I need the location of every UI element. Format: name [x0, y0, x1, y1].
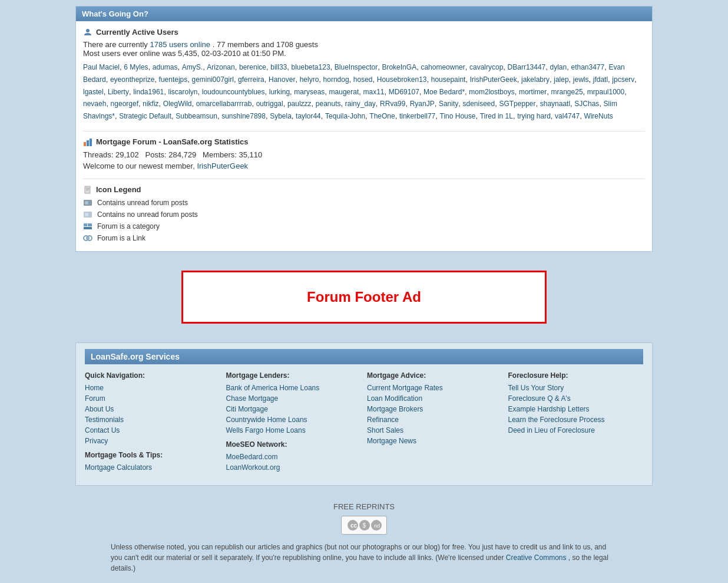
user-link[interactable]: nevaeh — [83, 100, 106, 108]
user-link[interactable]: peanuts — [316, 100, 341, 108]
user-link[interactable]: Strategic Default — [119, 112, 171, 120]
nav-countrywide[interactable]: Countrywide Home Loans — [226, 416, 307, 424]
nav-about[interactable]: About Us — [85, 405, 114, 413]
user-link[interactable]: liscarolyn — [168, 88, 197, 96]
user-link[interactable]: Paul Maciel — [83, 63, 120, 71]
user-link[interactable]: horndog — [323, 75, 349, 84]
user-link[interactable]: mortimer — [519, 88, 547, 96]
users-online-link[interactable]: 1785 users online — [150, 40, 210, 49]
user-link[interactable]: rainy_day — [345, 100, 376, 108]
user-link[interactable]: RyanJP — [410, 100, 435, 108]
user-link[interactable]: maugerat — [329, 88, 359, 96]
user-link[interactable]: AmyS. — [182, 63, 203, 71]
user-link[interactable]: mrange25 — [551, 88, 583, 96]
user-link[interactable]: SGTpepper — [499, 100, 535, 108]
user-link[interactable]: jewls — [573, 75, 589, 84]
user-link[interactable]: helyro — [300, 75, 319, 84]
user-link[interactable]: gemini007girl — [192, 75, 234, 84]
user-link[interactable]: Tequila-John — [325, 112, 365, 120]
nav-wellsfargo[interactable]: Wells Fargo Home Loans — [226, 426, 306, 434]
nav-hardship-letters[interactable]: Example Hardship Letters — [508, 405, 590, 413]
nav-calculators[interactable]: Mortgage Calculators — [85, 463, 152, 472]
user-link[interactable]: taylor44 — [296, 112, 321, 120]
user-link[interactable]: jalep — [554, 75, 568, 84]
user-link[interactable]: Sybela — [270, 112, 292, 120]
user-link[interactable]: RRva99 — [380, 100, 405, 108]
user-link[interactable]: TheOne — [369, 112, 395, 120]
user-link[interactable]: ethan3477 — [571, 63, 604, 71]
user-link[interactable]: dylan — [550, 63, 567, 71]
user-link[interactable]: OlegWild — [163, 100, 192, 108]
creative-commons-link[interactable]: Creative Commons — [506, 554, 567, 562]
nav-tell-story[interactable]: Tell Us Your Story — [508, 384, 564, 392]
user-link[interactable]: fuentejps — [159, 75, 188, 84]
user-link[interactable]: Tired in 1L — [480, 112, 513, 120]
user-link[interactable]: lgastel — [83, 88, 104, 96]
user-link[interactable]: tinkerbell77 — [399, 112, 435, 120]
nav-home[interactable]: Home — [85, 384, 104, 392]
nav-forum[interactable]: Forum — [85, 394, 105, 403]
nav-rates[interactable]: Current Mortgage Rates — [367, 384, 443, 392]
user-link[interactable]: paulzzz — [287, 100, 312, 108]
user-link[interactable]: BrokeInGA — [382, 63, 416, 71]
nav-bofa[interactable]: Bank of America Home Loans — [226, 384, 320, 392]
user-link[interactable]: maryseas — [294, 88, 325, 96]
user-link[interactable]: linda1961 — [133, 88, 164, 96]
user-link[interactable]: SJChas — [574, 100, 599, 108]
user-link[interactable]: sunshine7898 — [221, 112, 266, 120]
user-link[interactable]: adumas — [153, 63, 178, 71]
user-link[interactable]: bluebeta123 — [292, 63, 330, 71]
user-link[interactable]: MD69107 — [389, 88, 419, 96]
user-link[interactable]: hosed — [353, 75, 373, 84]
nav-refi[interactable]: Refinance — [367, 416, 399, 424]
user-link[interactable]: Sanity — [439, 100, 458, 108]
user-link[interactable]: omarcellabarrrrab — [196, 100, 252, 108]
nav-privacy[interactable]: Privacy — [85, 437, 108, 445]
user-link[interactable]: housepaint — [431, 75, 466, 84]
newest-member-link[interactable]: IrishPuterGeek — [197, 162, 248, 170]
user-link[interactable]: Liberty — [108, 88, 129, 96]
user-link[interactable]: loudouncountyblues — [202, 88, 265, 96]
user-link[interactable]: gferreira — [238, 75, 264, 84]
user-link[interactable]: bill33 — [270, 63, 287, 71]
user-link[interactable]: berenice — [239, 63, 266, 71]
nav-loanworkout[interactable]: LoanWorkout.org — [226, 463, 280, 472]
user-link[interactable]: cavalrycop — [469, 63, 503, 71]
user-link[interactable]: jpcserv — [612, 75, 634, 84]
user-link[interactable]: jakelabry — [521, 75, 550, 84]
user-link[interactable]: val4747 — [555, 112, 580, 120]
nav-foreclosure-qa[interactable]: Foreclosure Q & A's — [508, 394, 571, 403]
user-link[interactable]: cahomeowner — [421, 63, 465, 71]
user-link[interactable]: mrpaul1000 — [587, 88, 624, 96]
nav-mortgage-news[interactable]: Mortgage News — [367, 437, 416, 445]
nav-short-sales[interactable]: Short Sales — [367, 426, 403, 434]
user-link[interactable]: Arizonan — [207, 63, 234, 71]
user-link[interactable]: lurking — [269, 88, 290, 96]
user-link[interactable]: nikfiz — [143, 100, 158, 108]
user-link[interactable]: ngeorgef — [111, 100, 138, 108]
nav-learn-foreclosure[interactable]: Learn the Foreclosure Process — [508, 416, 605, 424]
user-link[interactable]: shaynaatl — [540, 100, 570, 108]
user-link[interactable]: outriggal — [256, 100, 283, 108]
user-link[interactable]: trying hard — [517, 112, 551, 120]
nav-testimonials[interactable]: Testimonials — [85, 416, 124, 424]
user-link[interactable]: Moe Bedard* — [423, 88, 465, 96]
user-link[interactable]: Subbeamsun — [176, 112, 217, 120]
nav-moebedard[interactable]: MoeBedard.com — [226, 453, 278, 461]
nav-brokers[interactable]: Mortgage Brokers — [367, 405, 423, 413]
user-link[interactable]: DBarr13447 — [508, 63, 546, 71]
user-link[interactable]: Tino House — [440, 112, 476, 120]
user-link[interactable]: eyeontheprize — [110, 75, 154, 84]
user-link[interactable]: jfdatl — [593, 75, 608, 84]
user-link[interactable]: sdeniseed — [463, 100, 495, 108]
nav-deed-lieu[interactable]: Deed in Lieu of Foreclosure — [508, 426, 595, 434]
nav-contact[interactable]: Contact Us — [85, 426, 120, 434]
user-link[interactable]: WireNuts — [584, 112, 613, 120]
nav-loanmod[interactable]: Loan Modification — [367, 394, 422, 403]
user-link[interactable]: max11 — [363, 88, 385, 96]
user-link[interactable]: BlueInspector — [335, 63, 378, 71]
nav-citi[interactable]: Citi Mortgage — [226, 405, 268, 413]
user-link[interactable]: IrishPuterGeek — [470, 75, 517, 84]
user-link[interactable]: mom2lostboys — [469, 88, 514, 96]
nav-chase[interactable]: Chase Mortgage — [226, 394, 279, 403]
